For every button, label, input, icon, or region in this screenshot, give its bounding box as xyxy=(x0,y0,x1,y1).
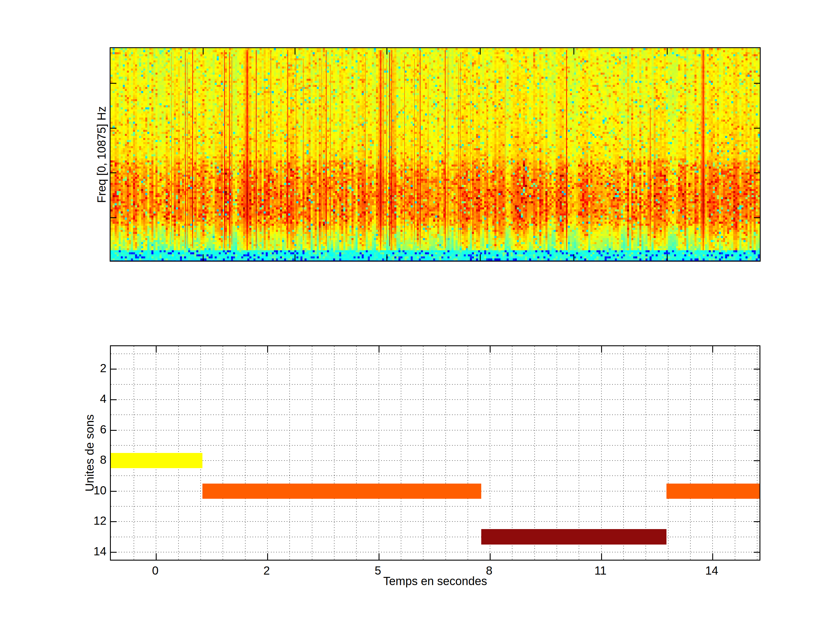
x-grid-line xyxy=(312,346,313,560)
spectrogram-y-tick-mark xyxy=(754,83,760,84)
y-tick-mark xyxy=(111,552,117,553)
y-tick-mark xyxy=(111,491,117,492)
x-tick-label: 8 xyxy=(466,565,512,576)
x-tick-mark xyxy=(490,553,491,560)
x-grid-line xyxy=(401,346,401,560)
y-grid-line xyxy=(111,445,759,446)
y-tick-mark xyxy=(754,521,759,522)
x-grid-line xyxy=(223,346,223,560)
spectrogram-x-tick-mark xyxy=(480,48,481,55)
figure-canvas: Freq [0, 10875] Hz Unites de sons Temps … xyxy=(0,0,840,630)
bar-segment-seg-yellow xyxy=(111,453,202,468)
x-tick-mark xyxy=(156,553,156,560)
spectrogram-x-tick-mark xyxy=(295,254,295,261)
y-tick-label: 14 xyxy=(71,545,106,557)
spectrogram-x-tick-mark xyxy=(667,254,668,261)
x-tick-mark xyxy=(601,346,602,353)
spectrogram-image xyxy=(111,48,760,261)
spectrogram-x-tick-mark xyxy=(295,48,295,55)
y-grid-line xyxy=(111,460,759,461)
y-tick-mark xyxy=(111,430,117,431)
y-tick-mark xyxy=(754,369,759,369)
spectrogram-y-tick-mark xyxy=(754,128,760,129)
x-tick-label: 0 xyxy=(132,565,178,576)
spectrogram-x-tick-mark xyxy=(667,48,668,55)
x-grid-line xyxy=(467,346,468,560)
spectrogram-x-tick-mark xyxy=(573,254,574,261)
y-tick-mark xyxy=(111,369,117,369)
units-chart-panel xyxy=(110,345,760,561)
x-grid-line xyxy=(356,346,357,560)
x-tick-mark xyxy=(712,346,713,353)
y-grid-line xyxy=(111,354,759,354)
spectrogram-x-tick-mark xyxy=(387,48,387,55)
x-grid-line xyxy=(601,346,602,560)
x-tick-mark xyxy=(267,346,268,353)
spectrogram-y-tick-mark xyxy=(754,172,760,173)
x-tick-mark xyxy=(490,346,491,353)
bar-segment-seg-orange-2 xyxy=(666,483,759,499)
x-tick-mark xyxy=(379,553,379,560)
x-tick-mark xyxy=(267,553,268,560)
x-grid-line xyxy=(712,346,713,560)
x-grid-line xyxy=(512,346,512,560)
x-tick-mark xyxy=(712,553,713,560)
y-grid-line xyxy=(111,506,759,507)
y-grid-line xyxy=(111,414,759,415)
x-grid-line xyxy=(668,346,668,560)
y-tick-label: 2 xyxy=(71,362,106,374)
y-tick-mark xyxy=(754,552,759,553)
y-tick-label: 8 xyxy=(71,454,106,466)
spectrogram-y-axis-label: Freq [0, 10875] Hz xyxy=(96,106,107,203)
y-grid-line xyxy=(111,369,759,369)
y-tick-label: 12 xyxy=(71,515,106,526)
x-grid-line xyxy=(757,346,758,560)
x-grid-line xyxy=(245,346,246,560)
x-grid-line xyxy=(423,346,423,560)
x-tick-mark xyxy=(379,346,379,353)
spectrogram-y-tick-mark xyxy=(111,172,116,173)
y-grid-line xyxy=(111,384,759,385)
y-grid-line xyxy=(111,399,759,400)
bar-segment-seg-orange-1 xyxy=(202,483,481,499)
y-tick-label: 6 xyxy=(71,423,106,435)
x-grid-line xyxy=(334,346,335,560)
x-grid-line xyxy=(289,346,290,560)
x-grid-line xyxy=(534,346,535,560)
x-tick-mark xyxy=(601,553,602,560)
x-grid-line xyxy=(490,346,490,560)
x-grid-line xyxy=(267,346,268,560)
y-tick-mark xyxy=(111,521,117,522)
y-tick-mark xyxy=(754,430,759,431)
spectrogram-y-tick-mark xyxy=(111,83,116,84)
y-grid-line xyxy=(111,552,759,553)
units-chart-x-axis-label: Temps en secondes xyxy=(383,575,487,587)
spectrogram-y-tick-mark xyxy=(111,128,116,129)
x-grid-line xyxy=(735,346,735,560)
x-grid-line xyxy=(623,346,624,560)
x-tick-label: 5 xyxy=(355,565,401,576)
x-tick-label: 2 xyxy=(243,565,290,576)
x-tick-label: 11 xyxy=(577,565,624,576)
spectrogram-x-tick-mark xyxy=(387,254,387,261)
x-grid-line xyxy=(690,346,691,560)
y-grid-line xyxy=(111,430,759,431)
y-tick-label: 4 xyxy=(71,393,106,404)
y-grid-line xyxy=(111,521,759,522)
spectrogram-panel xyxy=(110,47,761,262)
spectrogram-y-tick-mark xyxy=(111,217,116,218)
y-tick-mark xyxy=(111,399,117,400)
spectrogram-y-tick-mark xyxy=(754,217,760,218)
x-grid-line xyxy=(646,346,646,560)
x-grid-line xyxy=(379,346,379,560)
y-grid-line xyxy=(111,475,759,476)
y-tick-mark xyxy=(754,460,759,461)
spectrogram-x-tick-mark xyxy=(203,48,204,55)
y-tick-mark xyxy=(754,399,759,400)
spectrogram-x-tick-mark xyxy=(203,254,204,261)
x-tick-mark xyxy=(156,346,156,353)
spectrogram-x-tick-mark xyxy=(573,48,574,55)
bar-segment-seg-darkred xyxy=(481,529,666,544)
x-tick-label: 14 xyxy=(688,565,735,576)
x-grid-line xyxy=(556,346,557,560)
